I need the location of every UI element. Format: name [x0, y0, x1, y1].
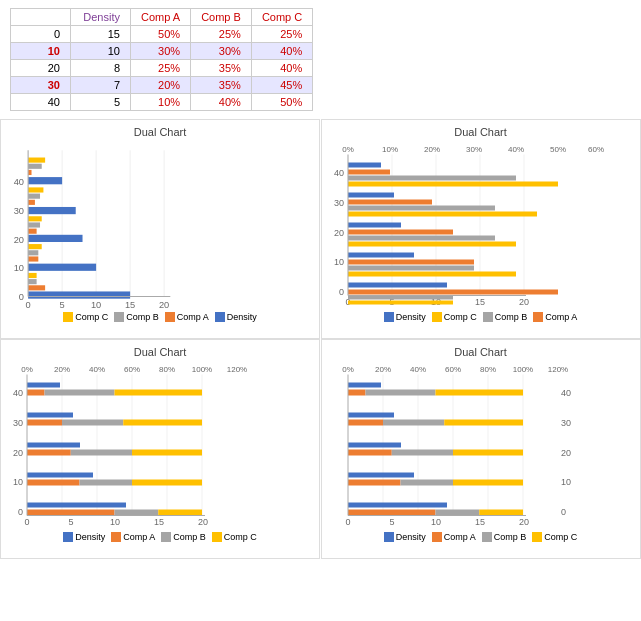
svg-text:40: 40: [13, 388, 23, 398]
svg-rect-72: [348, 260, 474, 265]
svg-text:20: 20: [14, 235, 24, 245]
svg-rect-152: [348, 420, 383, 426]
svg-rect-62: [348, 182, 558, 187]
svg-text:5: 5: [389, 517, 394, 527]
svg-text:30%: 30%: [465, 145, 481, 154]
svg-rect-160: [348, 480, 401, 486]
svg-text:5: 5: [68, 517, 73, 527]
chart-svg-1: 0 10 20 30 40 0 5 10 15 20: [5, 140, 315, 310]
svg-text:40%: 40%: [89, 365, 105, 374]
svg-rect-108: [27, 420, 62, 426]
svg-text:20: 20: [518, 517, 528, 527]
svg-rect-117: [80, 480, 133, 486]
svg-text:20%: 20%: [374, 365, 390, 374]
svg-text:30: 30: [13, 418, 23, 428]
svg-rect-21: [28, 194, 40, 199]
svg-rect-59: [348, 163, 381, 168]
svg-rect-17: [28, 164, 42, 169]
svg-rect-26: [28, 216, 42, 221]
svg-rect-112: [27, 450, 71, 456]
svg-rect-18: [28, 158, 45, 163]
col-header-density: Density: [71, 9, 131, 26]
chart-top-left: Dual Chart 0 10 20 30 40 0 5 10 15 20: [0, 119, 320, 339]
chart-legend-4: Density Comp A Comp B Comp C: [326, 532, 636, 542]
svg-text:15: 15: [474, 297, 484, 307]
svg-text:5: 5: [60, 300, 65, 310]
table-row: 01550%25%25%: [11, 26, 313, 43]
svg-rect-77: [348, 296, 453, 300]
svg-text:10%: 10%: [381, 145, 397, 154]
svg-text:15: 15: [474, 517, 484, 527]
svg-rect-161: [400, 480, 453, 486]
svg-rect-166: [479, 510, 523, 516]
chart-legend-1: Comp C Comp B Comp A Density: [5, 312, 315, 322]
chart-svg-2: 0% 10% 20% 30% 40% 50% 60% 0 10 20 30 40…: [326, 140, 636, 310]
col-header-compa: Comp A: [131, 9, 191, 26]
svg-rect-30: [28, 244, 42, 249]
svg-rect-119: [27, 503, 126, 508]
chart-top-right: Dual Chart 0% 10% 20% 30% 40% 50% 60% 0 …: [321, 119, 641, 339]
svg-rect-114: [132, 450, 202, 456]
svg-rect-155: [348, 443, 401, 448]
chart-title-3: Dual Chart: [5, 346, 315, 358]
svg-rect-32: [28, 285, 45, 290]
svg-rect-71: [348, 253, 414, 258]
svg-text:10: 10: [13, 477, 23, 487]
svg-rect-22: [28, 187, 43, 192]
svg-text:20: 20: [518, 297, 528, 307]
svg-text:30: 30: [14, 206, 24, 216]
svg-rect-23: [28, 235, 82, 242]
svg-rect-25: [28, 222, 40, 227]
svg-rect-148: [348, 390, 366, 396]
svg-rect-33: [28, 279, 37, 284]
svg-text:20: 20: [159, 300, 169, 310]
svg-text:0: 0: [19, 292, 24, 302]
svg-rect-78: [348, 301, 453, 305]
svg-rect-76: [348, 290, 558, 295]
svg-rect-74: [348, 272, 516, 277]
svg-text:40%: 40%: [409, 365, 425, 374]
chart-svg-3: 0% 20% 40% 60% 80% 100% 120% 0 10 20 30 …: [5, 360, 315, 530]
svg-rect-24: [28, 229, 37, 234]
svg-rect-162: [453, 480, 523, 486]
chart-legend-3: Density Comp A Comp B Comp C: [5, 532, 315, 542]
svg-rect-69: [348, 236, 495, 241]
chart-title-4: Dual Chart: [326, 346, 636, 358]
svg-rect-157: [391, 450, 452, 456]
svg-text:60%: 60%: [124, 365, 140, 374]
svg-rect-107: [27, 413, 73, 418]
svg-text:80%: 80%: [159, 365, 175, 374]
svg-text:10: 10: [430, 517, 440, 527]
svg-rect-159: [348, 473, 414, 478]
svg-text:80%: 80%: [479, 365, 495, 374]
svg-rect-34: [28, 273, 37, 278]
svg-rect-70: [348, 242, 516, 247]
svg-text:30: 30: [333, 198, 343, 208]
svg-rect-164: [348, 510, 436, 516]
svg-text:20%: 20%: [54, 365, 70, 374]
svg-rect-27: [28, 264, 96, 271]
svg-rect-149: [365, 390, 435, 396]
svg-text:10: 10: [333, 257, 343, 267]
data-table: Density Comp A Comp B Comp C 01550%25%25…: [10, 8, 313, 111]
chart-title-2: Dual Chart: [326, 126, 636, 138]
svg-text:10: 10: [110, 517, 120, 527]
svg-rect-29: [28, 250, 38, 255]
svg-rect-19: [28, 207, 76, 214]
svg-rect-75: [348, 283, 447, 288]
svg-text:120%: 120%: [227, 365, 247, 374]
svg-text:100%: 100%: [192, 365, 212, 374]
svg-rect-15: [28, 177, 62, 184]
svg-text:0: 0: [24, 517, 29, 527]
chart-svg-4: 0% 20% 40% 60% 80% 100% 120% 0 10 20 30 …: [326, 360, 636, 530]
svg-text:0: 0: [561, 507, 566, 517]
svg-rect-121: [115, 510, 159, 516]
chart-bottom-left: Dual Chart 0% 20% 40% 60% 80% 100% 120% …: [0, 339, 320, 559]
svg-rect-61: [348, 176, 516, 181]
svg-text:120%: 120%: [547, 365, 567, 374]
svg-rect-66: [348, 212, 537, 217]
svg-text:40: 40: [14, 177, 24, 187]
svg-rect-109: [62, 420, 123, 426]
svg-text:0%: 0%: [21, 365, 33, 374]
svg-rect-20: [28, 200, 35, 205]
